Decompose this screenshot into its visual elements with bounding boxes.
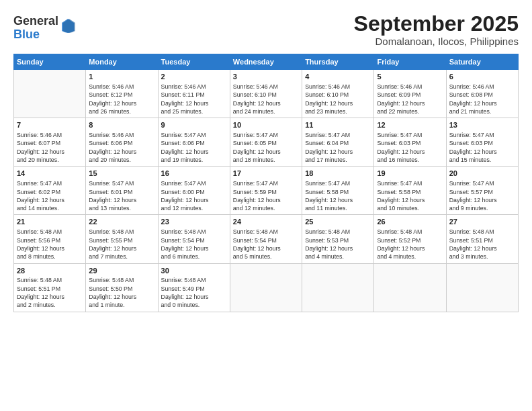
calendar-week-row: 14Sunrise: 5:47 AM Sunset: 6:02 PM Dayli… (14, 167, 519, 215)
day-number: 4 (305, 72, 371, 82)
table-row: 18Sunrise: 5:47 AM Sunset: 5:58 PM Dayli… (302, 167, 374, 215)
day-info: Sunrise: 5:46 AM Sunset: 6:09 PM Dayligh… (377, 83, 443, 116)
day-number: 24 (233, 217, 299, 227)
table-row: 25Sunrise: 5:48 AM Sunset: 5:53 PM Dayli… (302, 215, 374, 263)
day-number: 17 (233, 169, 299, 179)
header: General Blue September 2025 Domalanoan, … (13, 12, 519, 47)
col-tuesday: Tuesday (158, 54, 230, 70)
table-row: 4Sunrise: 5:46 AM Sunset: 6:10 PM Daylig… (302, 70, 374, 118)
page: General Blue September 2025 Domalanoan, … (0, 0, 532, 411)
day-number: 9 (161, 120, 227, 130)
day-info: Sunrise: 5:48 AM Sunset: 5:56 PM Dayligh… (17, 228, 83, 261)
table-row: 17Sunrise: 5:47 AM Sunset: 5:59 PM Dayli… (230, 167, 302, 215)
table-row (230, 263, 302, 312)
day-info: Sunrise: 5:48 AM Sunset: 5:55 PM Dayligh… (89, 228, 154, 261)
day-info: Sunrise: 5:48 AM Sunset: 5:51 PM Dayligh… (449, 228, 515, 261)
logo-general: General (13, 15, 58, 28)
day-info: Sunrise: 5:47 AM Sunset: 6:01 PM Dayligh… (89, 179, 154, 212)
day-number: 8 (89, 120, 154, 130)
day-number: 26 (377, 217, 443, 227)
day-info: Sunrise: 5:47 AM Sunset: 5:58 PM Dayligh… (377, 179, 443, 212)
day-number: 10 (233, 120, 299, 130)
day-info: Sunrise: 5:46 AM Sunset: 6:10 PM Dayligh… (233, 83, 299, 116)
table-row (446, 263, 518, 312)
col-friday: Friday (374, 54, 446, 70)
table-row: 5Sunrise: 5:46 AM Sunset: 6:09 PM Daylig… (374, 70, 446, 118)
day-info: Sunrise: 5:47 AM Sunset: 5:58 PM Dayligh… (305, 179, 371, 212)
table-row: 27Sunrise: 5:48 AM Sunset: 5:51 PM Dayli… (446, 215, 518, 263)
day-number: 16 (161, 169, 227, 179)
day-number: 20 (449, 169, 515, 179)
day-number: 2 (161, 72, 227, 82)
table-row: 22Sunrise: 5:48 AM Sunset: 5:55 PM Dayli… (86, 215, 158, 263)
day-info: Sunrise: 5:48 AM Sunset: 5:51 PM Dayligh… (17, 276, 83, 309)
day-number: 21 (17, 217, 83, 227)
col-saturday: Saturday (446, 54, 518, 70)
page-title: September 2025 (354, 12, 519, 36)
day-info: Sunrise: 5:46 AM Sunset: 6:12 PM Dayligh… (89, 83, 154, 116)
day-number: 13 (449, 120, 515, 130)
table-row: 2Sunrise: 5:46 AM Sunset: 6:11 PM Daylig… (158, 70, 230, 118)
day-number: 3 (233, 72, 299, 82)
day-info: Sunrise: 5:48 AM Sunset: 5:54 PM Dayligh… (161, 228, 227, 261)
table-row: 10Sunrise: 5:47 AM Sunset: 6:05 PM Dayli… (230, 118, 302, 167)
table-row: 1Sunrise: 5:46 AM Sunset: 6:12 PM Daylig… (86, 70, 158, 118)
day-info: Sunrise: 5:48 AM Sunset: 5:54 PM Dayligh… (233, 228, 299, 261)
table-row: 26Sunrise: 5:48 AM Sunset: 5:52 PM Dayli… (374, 215, 446, 263)
table-row (302, 263, 374, 312)
day-number: 25 (305, 217, 371, 227)
logo-blue: Blue (13, 28, 58, 42)
day-number: 11 (305, 120, 371, 130)
calendar-week-row: 1Sunrise: 5:46 AM Sunset: 6:12 PM Daylig… (14, 70, 519, 118)
day-number: 1 (89, 72, 154, 82)
table-row: 12Sunrise: 5:47 AM Sunset: 6:03 PM Dayli… (374, 118, 446, 167)
col-monday: Monday (86, 54, 158, 70)
table-row: 14Sunrise: 5:47 AM Sunset: 6:02 PM Dayli… (14, 167, 86, 215)
table-row (374, 263, 446, 312)
day-number: 12 (377, 120, 443, 130)
day-number: 22 (89, 217, 154, 227)
title-block: September 2025 Domalanoan, Ilocos, Phili… (354, 12, 519, 47)
day-number: 5 (377, 72, 443, 82)
table-row: 15Sunrise: 5:47 AM Sunset: 6:01 PM Dayli… (86, 167, 158, 215)
day-info: Sunrise: 5:47 AM Sunset: 5:59 PM Dayligh… (233, 179, 299, 212)
day-info: Sunrise: 5:47 AM Sunset: 6:03 PM Dayligh… (377, 131, 443, 164)
day-info: Sunrise: 5:47 AM Sunset: 6:02 PM Dayligh… (17, 179, 83, 212)
day-number: 14 (17, 169, 83, 179)
table-row: 3Sunrise: 5:46 AM Sunset: 6:10 PM Daylig… (230, 70, 302, 118)
day-info: Sunrise: 5:47 AM Sunset: 6:03 PM Dayligh… (449, 131, 515, 164)
table-row: 28Sunrise: 5:48 AM Sunset: 5:51 PM Dayli… (14, 263, 86, 312)
table-row: 19Sunrise: 5:47 AM Sunset: 5:58 PM Dayli… (374, 167, 446, 215)
day-info: Sunrise: 5:48 AM Sunset: 5:50 PM Dayligh… (89, 276, 154, 309)
table-row: 9Sunrise: 5:47 AM Sunset: 6:06 PM Daylig… (158, 118, 230, 167)
day-info: Sunrise: 5:46 AM Sunset: 6:06 PM Dayligh… (89, 131, 154, 164)
table-row (14, 70, 86, 118)
day-info: Sunrise: 5:48 AM Sunset: 5:49 PM Dayligh… (161, 276, 227, 309)
day-number: 15 (89, 169, 154, 179)
col-sunday: Sunday (14, 54, 86, 70)
day-number: 27 (449, 217, 515, 227)
table-row: 21Sunrise: 5:48 AM Sunset: 5:56 PM Dayli… (14, 215, 86, 263)
calendar-table: Sunday Monday Tuesday Wednesday Thursday… (13, 54, 519, 312)
day-info: Sunrise: 5:47 AM Sunset: 6:06 PM Dayligh… (161, 131, 227, 164)
logo: General Blue (13, 15, 75, 42)
day-info: Sunrise: 5:47 AM Sunset: 6:04 PM Dayligh… (305, 131, 371, 164)
table-row: 20Sunrise: 5:47 AM Sunset: 5:57 PM Dayli… (446, 167, 518, 215)
table-row: 11Sunrise: 5:47 AM Sunset: 6:04 PM Dayli… (302, 118, 374, 167)
table-row: 24Sunrise: 5:48 AM Sunset: 5:54 PM Dayli… (230, 215, 302, 263)
day-number: 28 (17, 266, 83, 276)
calendar-week-row: 21Sunrise: 5:48 AM Sunset: 5:56 PM Dayli… (14, 215, 519, 263)
day-info: Sunrise: 5:47 AM Sunset: 6:00 PM Dayligh… (161, 179, 227, 212)
day-number: 7 (17, 120, 83, 130)
table-row: 29Sunrise: 5:48 AM Sunset: 5:50 PM Dayli… (86, 263, 158, 312)
day-number: 19 (377, 169, 443, 179)
table-row: 23Sunrise: 5:48 AM Sunset: 5:54 PM Dayli… (158, 215, 230, 263)
logo-text: General Blue (13, 15, 58, 42)
table-row: 6Sunrise: 5:46 AM Sunset: 6:08 PM Daylig… (446, 70, 518, 118)
col-wednesday: Wednesday (230, 54, 302, 70)
day-info: Sunrise: 5:47 AM Sunset: 6:05 PM Dayligh… (233, 131, 299, 164)
day-info: Sunrise: 5:48 AM Sunset: 5:52 PM Dayligh… (377, 228, 443, 261)
col-thursday: Thursday (302, 54, 374, 70)
calendar-week-row: 28Sunrise: 5:48 AM Sunset: 5:51 PM Dayli… (14, 263, 519, 312)
day-info: Sunrise: 5:47 AM Sunset: 5:57 PM Dayligh… (449, 179, 515, 212)
